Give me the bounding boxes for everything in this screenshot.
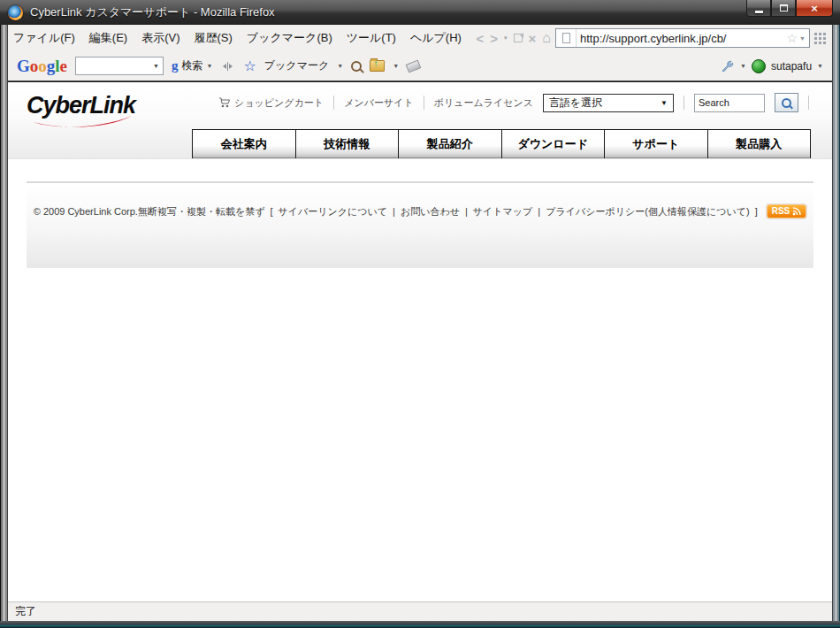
page-content: © 2009 CyberLink Corp.無断複写・複製・転載を禁ず [ サイ… (8, 159, 832, 601)
rss-icon (792, 207, 801, 216)
stop-icon[interactable]: × (529, 32, 537, 45)
cyberlink-logo-text: CyberLink (27, 94, 141, 118)
language-select-value: 言語を選択 (549, 96, 602, 111)
menu-history[interactable]: 履歴(S) (195, 30, 233, 46)
separator (424, 96, 424, 110)
window-title: CyberLink カスタマーサポート - Mozilla Firefox (30, 4, 275, 20)
bookmark-star-icon[interactable]: ☆ (787, 31, 798, 45)
menu-bar: ファイル(F) 編集(E) 表示(V) 履歴(S) ブックマーク(B) ツール(… (8, 25, 832, 51)
sendto-dropdown-icon[interactable]: ▼ (393, 63, 399, 69)
home-icon[interactable]: ⌂ (542, 31, 551, 45)
separator (683, 96, 684, 110)
footer-line: © 2009 CyberLink Corp.無断複写・複製・転載を禁ず [ サイ… (27, 183, 813, 218)
separator (808, 96, 809, 110)
search-magnifier-icon (782, 98, 791, 108)
status-bar: 完了 (8, 601, 832, 621)
main-nav-tabs: 会社案内 技術情報 製品紹介 ダウンロード サポート 製品購入 (192, 129, 811, 158)
menu-items: ファイル(F) 編集(E) 表示(V) 履歴(S) ブックマーク(B) ツール(… (13, 30, 462, 46)
google-search-box[interactable]: ▼ (75, 57, 164, 75)
autofill-eraser-icon[interactable] (406, 59, 422, 73)
page-viewport: CyberLink ショッピングカート メンバーサイト ボリュームライセンス (8, 82, 832, 601)
shopping-cart-link[interactable]: ショッピングカート (218, 96, 324, 110)
footer-link-privacy[interactable]: プライバシーポリシー(個人情報保護について) (546, 205, 749, 218)
spellcheck-magnifier-icon[interactable] (351, 61, 362, 72)
footer-separator: | (393, 206, 395, 217)
bracket-open: [ (270, 206, 272, 217)
shopping-cart-icon (218, 97, 231, 108)
google-toolbar: Google ▼ g 検索 ▼ ☆ ブックマーク ▼ ↑ ▼ ▼ sutapaf… (8, 51, 832, 81)
google-bookmark-star-icon[interactable]: ☆ (243, 59, 256, 73)
url-bar[interactable]: ☆ ▼ (555, 28, 810, 48)
nav-buttons: < > ▾ × ⌂ (477, 31, 551, 45)
menu-edit[interactable]: 編集(E) (89, 30, 127, 46)
google-search-dropdown-icon[interactable]: ▼ (207, 63, 213, 69)
member-site-link[interactable]: メンバーサイト (344, 96, 414, 110)
tab-tech-info[interactable]: 技術情報 (295, 130, 399, 158)
google-g-icon: g (172, 58, 179, 73)
status-text: 完了 (15, 604, 36, 619)
menu-tools[interactable]: ツール(T) (347, 30, 396, 46)
reload-icon[interactable] (514, 34, 523, 42)
site-header: CyberLink ショッピングカート メンバーサイト ボリュームライセンス (8, 82, 832, 159)
wrench-icon[interactable] (721, 59, 735, 73)
window-frame-bottom (0, 621, 840, 628)
firefox-icon (8, 5, 23, 20)
google-search-label: 検索 (182, 58, 203, 73)
settings-dropdown-icon[interactable]: ▼ (740, 63, 746, 69)
account-dropdown-icon[interactable]: ▼ (817, 63, 823, 69)
minimize-button[interactable] (746, 0, 771, 17)
separator (333, 96, 334, 110)
site-search-button[interactable] (775, 93, 798, 112)
footer-separator: | (465, 206, 468, 217)
google-search-input[interactable] (76, 58, 149, 73)
window-controls: × (746, 0, 833, 17)
language-caret-icon: ▼ (661, 99, 668, 107)
footer-link-sitemap[interactable]: サイトマップ (473, 205, 533, 218)
menu-help[interactable]: ヘルプ(H) (410, 30, 462, 46)
tab-support[interactable]: サポート (604, 130, 707, 158)
tab-download[interactable]: ダウンロード (501, 130, 605, 158)
window-frame-right (832, 25, 840, 628)
rss-badge[interactable]: RSS (767, 204, 807, 218)
back-icon[interactable]: < (477, 32, 485, 45)
minimize-icon (755, 11, 763, 13)
close-button[interactable]: × (796, 0, 833, 17)
account-status-icon (752, 59, 766, 73)
google-bookmarks-button[interactable]: ブックマーク (264, 58, 329, 73)
site-search-input[interactable] (694, 94, 765, 112)
google-logo: Google (17, 57, 67, 76)
toolbar-splitter-icon[interactable] (220, 62, 235, 71)
url-dropdown-icon[interactable]: ▼ (799, 35, 806, 42)
menu-file[interactable]: ファイル(F) (13, 30, 75, 46)
language-select[interactable]: 言語を選択 ▼ (543, 94, 674, 112)
header-utility-bar: ショッピングカート メンバーサイト ボリュームライセンス 言語を選択 ▼ (218, 92, 809, 113)
sendto-folder-icon[interactable]: ↑ (370, 60, 385, 72)
window-frame-left (0, 25, 8, 628)
footer-panel: © 2009 CyberLink Corp.無断複写・複製・転載を禁ず [ サイ… (27, 183, 813, 268)
cyberlink-logo[interactable]: CyberLink (27, 94, 141, 130)
menu-view[interactable]: 表示(V) (141, 30, 179, 46)
tab-purchase[interactable]: 製品購入 (707, 130, 811, 158)
history-dropdown-icon[interactable]: ▾ (504, 34, 508, 42)
footer-link-about[interactable]: サイバーリンクについて (278, 205, 387, 218)
title-bar[interactable]: CyberLink カスタマーサポート - Mozilla Firefox × (0, 0, 840, 26)
footer-separator: | (538, 206, 540, 217)
volume-license-link[interactable]: ボリュームライセンス (434, 96, 533, 110)
bracket-close: ] (755, 206, 758, 217)
forward-icon[interactable]: > (490, 32, 498, 45)
tab-products[interactable]: 製品紹介 (398, 130, 501, 158)
google-bookmarks-dropdown-icon[interactable]: ▼ (337, 63, 343, 69)
menu-bookmarks[interactable]: ブックマーク(B) (247, 30, 332, 46)
google-search-history-icon[interactable]: ▼ (149, 63, 163, 69)
google-toolbar-right: ▼ sutapafu ▼ (721, 59, 823, 73)
rss-label: RSS (772, 206, 790, 216)
restore-button[interactable] (771, 0, 796, 17)
footer-link-contact[interactable]: お問い合わせ (401, 205, 460, 218)
restore-icon (780, 4, 788, 11)
favicon-box (556, 29, 577, 47)
account-name[interactable]: sutapafu (771, 60, 812, 73)
url-input[interactable] (577, 32, 787, 45)
grid-icon[interactable] (814, 33, 817, 35)
tab-company[interactable]: 会社案内 (193, 130, 295, 158)
google-search-button[interactable]: g 検索 ▼ (172, 58, 212, 73)
